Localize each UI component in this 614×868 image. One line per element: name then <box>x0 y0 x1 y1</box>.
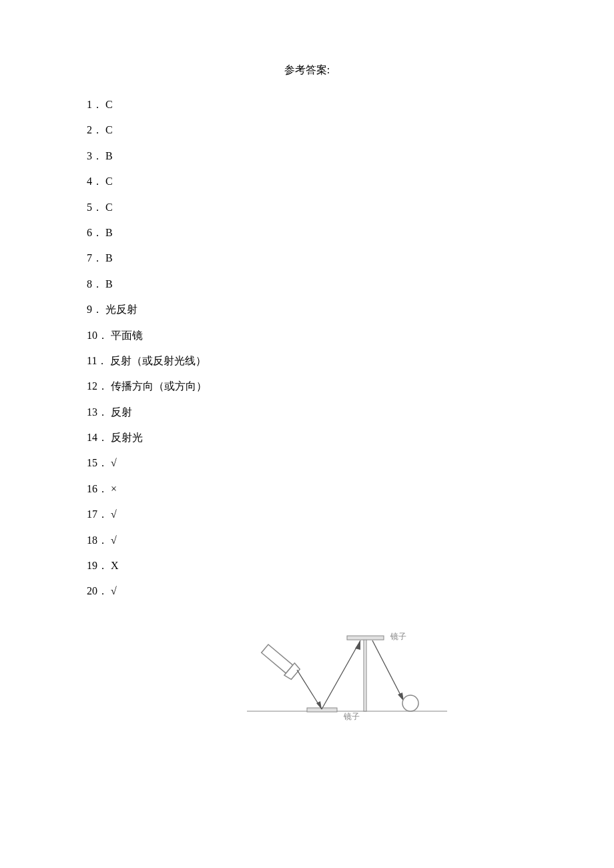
answer-number: 7． <box>87 246 103 271</box>
mirror-reflection-icon: 镜子 镜子 <box>247 624 447 731</box>
answer-value: 反射（或反射光线） <box>110 355 206 366</box>
answer-item: 5． C <box>87 195 527 220</box>
answer-value: B <box>105 150 113 161</box>
answer-value: 反射 <box>111 406 132 418</box>
answer-number: 18． <box>87 528 108 553</box>
answer-item: 18． √ <box>87 528 527 553</box>
answer-number: 14． <box>87 425 108 450</box>
document-page: 参考答案: 1． C 2． C 3． B 4． C 5． C 6． B 7． B… <box>0 0 614 868</box>
svg-rect-4 <box>262 644 293 673</box>
answer-item: 4． C <box>87 169 527 194</box>
answer-item: 20． √ <box>87 578 527 604</box>
answer-value: √ <box>111 508 117 520</box>
answer-value: 传播方向（或方向） <box>111 380 207 392</box>
answer-item: 15． √ <box>87 450 527 476</box>
answer-item: 7． B <box>87 246 527 271</box>
answer-number: 3． <box>87 143 103 169</box>
answer-item: 9． 光反射 <box>87 297 527 322</box>
answer-value: B <box>105 227 113 238</box>
answer-item: 16． × <box>87 476 527 502</box>
svg-line-10 <box>372 640 404 701</box>
answer-number: 8． <box>87 272 103 297</box>
answer-item: 1． C <box>87 92 527 117</box>
svg-marker-9 <box>355 640 360 650</box>
svg-point-12 <box>402 695 418 711</box>
answer-number: 19． <box>87 553 108 578</box>
answer-number: 15． <box>87 450 108 476</box>
answer-value: C <box>105 99 113 110</box>
answer-item: 6． B <box>87 220 527 246</box>
answer-value: √ <box>111 534 117 546</box>
page-title: 参考答案: <box>87 63 527 77</box>
top-mirror-label: 镜子 <box>390 632 406 641</box>
answer-number: 11． <box>87 348 107 374</box>
answer-value: B <box>105 252 113 264</box>
answer-number: 9． <box>87 297 103 322</box>
reflection-diagram: 镜子 镜子 <box>167 624 527 734</box>
answer-value: √ <box>111 457 117 468</box>
answer-number: 20． <box>87 578 108 604</box>
answer-number: 16． <box>87 476 108 502</box>
answer-value: C <box>105 175 113 187</box>
answer-number: 12． <box>87 374 108 399</box>
answer-item: 8． B <box>87 272 527 297</box>
answer-value: 反射光 <box>111 432 143 443</box>
answer-value: √ <box>111 585 117 596</box>
answer-value: 光反射 <box>105 304 137 315</box>
answer-number: 2． <box>87 117 103 143</box>
answer-number: 5． <box>87 195 103 220</box>
answer-number: 17． <box>87 502 108 527</box>
answer-number: 13． <box>87 400 108 425</box>
answer-number: 6． <box>87 220 103 246</box>
answer-number: 1． <box>87 92 103 117</box>
answer-item: 17． √ <box>87 502 527 527</box>
svg-rect-2 <box>364 639 366 711</box>
bottom-mirror-label: 镜子 <box>343 712 360 721</box>
answer-value: X <box>111 560 119 571</box>
answer-item: 11． 反射（或反射光线） <box>87 348 527 374</box>
answer-value: C <box>105 124 113 135</box>
answer-item: 19． X <box>87 553 527 578</box>
answer-item: 2． C <box>87 117 527 143</box>
answer-number: 10． <box>87 323 108 348</box>
answer-key-list: 1． C 2． C 3． B 4． C 5． C 6． B 7． B 8． B … <box>87 92 527 604</box>
answer-item: 12． 传播方向（或方向） <box>87 374 527 399</box>
answer-number: 4． <box>87 169 103 194</box>
answer-item: 13． 反射 <box>87 400 527 425</box>
answer-item: 14． 反射光 <box>87 425 527 450</box>
answer-value: 平面镜 <box>111 330 143 341</box>
answer-value: × <box>111 483 117 494</box>
answer-item: 10． 平面镜 <box>87 323 527 348</box>
svg-rect-3 <box>347 636 384 640</box>
answer-value: B <box>105 278 113 290</box>
svg-line-8 <box>322 640 360 709</box>
answer-item: 3． B <box>87 143 527 169</box>
answer-value: C <box>105 201 113 213</box>
